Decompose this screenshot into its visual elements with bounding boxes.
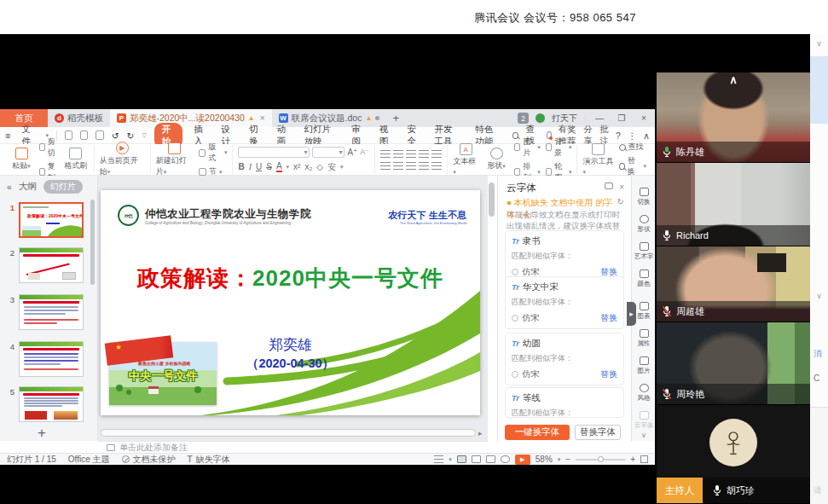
slideshow-play-button[interactable]: ▶ xyxy=(515,455,530,465)
chevron-down-icon[interactable]: ∨ xyxy=(810,39,828,48)
shapes-button[interactable]: 形状▾ xyxy=(483,148,509,171)
normal-view-button[interactable] xyxy=(457,455,466,463)
bold-button[interactable]: B xyxy=(238,162,244,171)
vertical-scrollbar[interactable] xyxy=(489,179,495,426)
chevron-down-icon[interactable]: ∨ xyxy=(810,292,828,300)
numbering-icon[interactable] xyxy=(393,150,403,158)
add-slide-button[interactable]: + xyxy=(38,425,46,442)
sidebar-item-shapes[interactable]: 形状 xyxy=(632,215,656,234)
zoom-out-button[interactable]: − xyxy=(565,455,570,464)
collapse-panel-icon[interactable]: « xyxy=(7,182,12,192)
replace-font-link[interactable]: 替换 xyxy=(600,312,617,324)
status-menu-icon[interactable] xyxy=(434,455,443,463)
feedback-icon[interactable] xyxy=(605,182,613,189)
more-icon[interactable]: ▽ xyxy=(142,132,146,139)
distribute-icon[interactable] xyxy=(431,162,442,170)
new-slide-button[interactable]: 新建幻灯片▾ xyxy=(156,142,194,177)
horizontal-scrollbar[interactable] xyxy=(101,429,476,437)
notes-bar[interactable]: 单击此处添加备注 xyxy=(98,441,488,453)
tab-docer[interactable]: d 稻壳模板 xyxy=(48,109,110,127)
sidebar-item-picture[interactable]: 图片 xyxy=(632,356,656,375)
close-button[interactable]: × xyxy=(636,113,651,123)
zoom-level[interactable]: 58% xyxy=(536,455,553,464)
protection-status[interactable]: 文档未保护 xyxy=(122,454,176,466)
slide-thumbnail-4[interactable] xyxy=(19,341,84,377)
cut-button[interactable]: 剪切 xyxy=(39,136,58,159)
print-icon[interactable] xyxy=(80,130,88,140)
slide-sorter-button[interactable] xyxy=(472,455,481,463)
video-tile-zhoulingyan[interactable]: 周玲艳 xyxy=(657,322,810,405)
paste-button[interactable]: 粘贴▾ xyxy=(9,148,34,171)
find-button[interactable]: 查找 xyxy=(619,142,646,153)
bullets-icon[interactable] xyxy=(380,150,391,158)
zoom-slider-thumb[interactable] xyxy=(598,456,604,462)
increase-font-button[interactable]: A⁺ xyxy=(347,148,357,157)
collapse-videos-icon[interactable]: ∧ xyxy=(657,73,810,86)
video-tile-zhouchaoxiong[interactable]: 周超雄 xyxy=(657,246,810,322)
video-tile-huqiaozhen[interactable]: 主持人 胡巧珍 xyxy=(657,405,810,504)
sidebar-item-properties[interactable]: 属性 xyxy=(632,329,656,348)
slide-thumbnail-3[interactable] xyxy=(19,294,84,330)
superscript-button[interactable]: x² xyxy=(293,162,300,171)
zoom-slider[interactable] xyxy=(576,459,625,461)
indent-decrease-icon[interactable] xyxy=(406,150,416,158)
align-right-icon[interactable] xyxy=(406,162,416,170)
subscript-button[interactable]: x₂ xyxy=(304,162,312,171)
close-tab-icon[interactable]: × xyxy=(260,113,265,123)
collapse-ribbon-icon[interactable]: ∧ xyxy=(643,130,650,141)
slide-thumbnail-5[interactable] xyxy=(19,386,84,422)
theme-name[interactable]: Office 主题 xyxy=(68,454,110,466)
preview-icon[interactable] xyxy=(96,130,103,140)
scroll-right-arrow[interactable]: ▸ xyxy=(478,429,483,437)
layout-button[interactable]: 版式▾ xyxy=(199,142,227,164)
format-painter-button[interactable]: 格式刷 xyxy=(63,148,89,171)
sidebar-item-chart[interactable]: 图表 xyxy=(632,302,656,321)
sidebar-item-style[interactable]: 风格 xyxy=(632,384,656,403)
close-pane-icon[interactable]: × xyxy=(619,182,624,192)
replace-font-link[interactable]: 替换 xyxy=(600,368,617,380)
picture-button[interactable]: 图片▾ xyxy=(514,136,541,159)
slide-1[interactable]: 仲恺 仲恺农业工程学院农业与生物学院 College of Agricultur… xyxy=(101,190,480,415)
replace-font-button[interactable]: 替换字体 xyxy=(575,425,621,440)
more-vert-icon[interactable]: ⋮ xyxy=(628,130,637,141)
background-button[interactable]: 背景▾ xyxy=(546,136,572,159)
hamburger-icon[interactable]: ≡ xyxy=(5,130,10,141)
restore-button[interactable]: ❐ xyxy=(614,113,629,123)
save-icon[interactable] xyxy=(65,130,72,140)
slides-tab[interactable]: 幻灯片 xyxy=(43,180,83,194)
font-color-button[interactable]: A xyxy=(276,162,282,172)
video-tile-chendanxiong[interactable]: ∧ 陈丹雄 xyxy=(657,72,810,163)
missing-fonts-status[interactable]: T缺失字体 xyxy=(188,454,230,466)
outline-tab[interactable]: 大纲 xyxy=(19,181,37,193)
sidebar-item-transition[interactable]: 切换 xyxy=(632,188,656,206)
font-size-select[interactable]: ▾ xyxy=(312,147,345,158)
decrease-font-button[interactable]: A⁻ xyxy=(360,148,369,156)
zoom-in-button[interactable]: + xyxy=(630,455,635,464)
align-left-icon[interactable] xyxy=(380,162,391,170)
replace-button[interactable]: 替换▾ xyxy=(619,155,646,177)
replace-all-fonts-button[interactable]: 一键换字体 xyxy=(505,425,570,440)
sidebar-item-wordart[interactable]: 艺术字 xyxy=(632,242,656,261)
account-name[interactable]: 打天下 xyxy=(552,113,577,125)
line-spacing-icon[interactable] xyxy=(431,150,442,158)
reading-view-button[interactable] xyxy=(486,455,495,463)
thumbnail-scrollbar[interactable] xyxy=(90,200,95,285)
refresh-icon[interactable]: ↻ xyxy=(617,197,624,206)
sidebar-item-cloudfont[interactable]: 云字体 xyxy=(632,411,656,430)
redo-icon[interactable]: ↻ xyxy=(127,130,135,141)
account-avatar[interactable] xyxy=(536,113,545,123)
highlight-button[interactable]: ◇ xyxy=(316,162,323,171)
underline-button[interactable]: U xyxy=(256,162,262,171)
strikethrough-button[interactable]: S xyxy=(266,162,272,171)
text-effect-button[interactable]: 安 xyxy=(327,161,336,173)
slide-thumbnail-1[interactable]: 政策解读：2020中央一号文件 xyxy=(19,202,84,238)
help-icon[interactable]: ? xyxy=(616,130,621,141)
fit-to-window-icon[interactable] xyxy=(640,455,648,463)
italic-button[interactable]: I xyxy=(249,162,252,171)
play-from-current-button[interactable]: ▶ 从当前页开始▾ xyxy=(100,142,145,177)
font-name-select[interactable]: ▾ xyxy=(238,147,310,158)
present-tools-button[interactable]: 演示工具▾ xyxy=(582,143,613,176)
video-tile-richard[interactable]: Richard xyxy=(657,163,810,246)
notes-view-button[interactable] xyxy=(501,455,510,463)
indent-increase-icon[interactable] xyxy=(419,150,429,158)
